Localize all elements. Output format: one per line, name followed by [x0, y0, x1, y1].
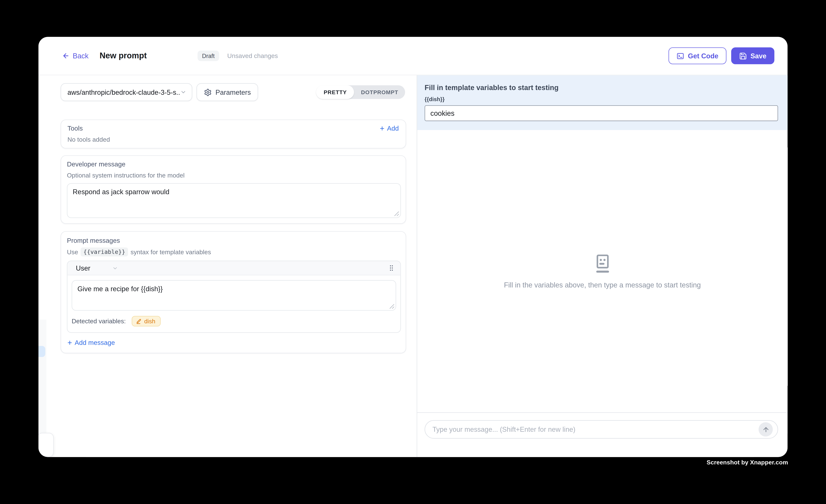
- back-button[interactable]: Back: [62, 52, 88, 60]
- main-split: aws/anthropic/bedrock-claude-3-5-s... Pa…: [39, 75, 787, 457]
- developer-message-subtitle: Optional system instructions for the mod…: [67, 172, 401, 179]
- chat-empty-area: Fill in the variables above, then type a…: [417, 130, 787, 412]
- variables-section-title: Fill in template variables to start test…: [425, 84, 778, 91]
- model-toolbar: aws/anthropic/bedrock-claude-3-5-s... Pa…: [61, 83, 405, 101]
- role-select[interactable]: User: [76, 264, 90, 272]
- screen: Back New prompt Draft Unsaved changes Ge…: [0, 0, 826, 504]
- tools-title: Tools: [67, 125, 83, 132]
- chat-message-input[interactable]: [425, 420, 778, 439]
- hint-suffix: syntax for template variables: [130, 248, 211, 256]
- developer-message-title: Developer message: [67, 161, 401, 168]
- model-selector[interactable]: aws/anthropic/bedrock-claude-3-5-s...: [61, 83, 192, 101]
- left-rail-active-item: [39, 346, 45, 357]
- chevron-down-icon[interactable]: [112, 265, 118, 271]
- editor-pane: aws/anthropic/bedrock-claude-3-5-s... Pa…: [39, 75, 417, 457]
- chat-empty-text: Fill in the variables above, then type a…: [504, 281, 701, 289]
- message-input[interactable]: Give me a recipe for {{dish}}: [72, 280, 396, 311]
- developer-message-card: Developer message Optional system instru…: [61, 155, 406, 224]
- variable-badge-label: dish: [144, 318, 155, 324]
- save-icon: [739, 52, 747, 60]
- variable-code-chip: {{variable}}: [81, 248, 128, 256]
- hint-prefix: Use: [67, 248, 78, 256]
- plus-icon: +: [67, 338, 72, 346]
- toggle-pretty[interactable]: PRETTY: [316, 85, 354, 99]
- edit-pencil-icon: [136, 318, 141, 324]
- status-badge: Draft: [197, 51, 219, 61]
- message-role-row: User: [67, 261, 400, 275]
- add-message-button[interactable]: + Add message: [67, 338, 401, 346]
- prompt-messages-card: Prompt messages Use {{variable}} syntax …: [61, 231, 406, 353]
- variable-syntax-hint: Use {{variable}} syntax for template var…: [67, 248, 401, 256]
- gear-icon: [204, 88, 212, 96]
- message-textarea-wrap: Give me a recipe for {{dish}}: [72, 280, 396, 311]
- add-message-label: Add message: [75, 339, 115, 346]
- save-label: Save: [751, 52, 766, 60]
- back-label: Back: [73, 52, 88, 60]
- chat-input-bar: [417, 412, 787, 457]
- variable-dish-label: {{dish}}: [425, 96, 778, 102]
- parameters-label: Parameters: [216, 88, 251, 96]
- app-window: Back New prompt Draft Unsaved changes Ge…: [39, 37, 787, 457]
- prompt-messages-title: Prompt messages: [67, 237, 401, 244]
- detected-variables-label: Detected variables:: [72, 317, 126, 325]
- variable-badge-dish[interactable]: dish: [132, 316, 161, 326]
- message-block: User Give me a recipe for {{dish}}: [67, 261, 401, 333]
- save-button[interactable]: Save: [731, 48, 774, 64]
- variable-dish-input[interactable]: [425, 105, 778, 121]
- detected-variables-row: Detected variables: dish: [67, 311, 400, 332]
- unsaved-changes-text: Unsaved changes: [227, 52, 278, 60]
- view-mode-toggle: PRETTY DOTPROMPT: [316, 85, 405, 99]
- add-tool-button[interactable]: + Add: [380, 124, 399, 132]
- terminal-icon: [676, 52, 684, 60]
- get-code-button[interactable]: Get Code: [668, 48, 726, 64]
- get-code-label: Get Code: [688, 52, 718, 60]
- template-variables-section: Fill in template variables to start test…: [417, 75, 787, 130]
- chevron-down-icon: [180, 89, 187, 95]
- arrow-left-icon: [62, 52, 69, 60]
- message-body: Give me a recipe for {{dish}}: [67, 275, 400, 311]
- drag-handle-icon[interactable]: [388, 264, 395, 272]
- developer-textarea-wrap: Respond as jack sparrow would: [67, 183, 401, 218]
- tools-empty-text: No tools added: [67, 136, 399, 143]
- watermark-text: Screenshot by Xnapper.com: [707, 459, 788, 465]
- add-tool-label: Add: [387, 125, 399, 132]
- parameters-button[interactable]: Parameters: [196, 83, 258, 101]
- model-selector-value: aws/anthropic/bedrock-claude-3-5-s...: [67, 88, 180, 96]
- page-title: New prompt: [100, 51, 146, 61]
- corner-popover: [39, 433, 54, 457]
- developer-message-input[interactable]: Respond as jack sparrow would: [67, 183, 401, 218]
- robot-face-icon: [593, 253, 612, 273]
- plus-icon: +: [380, 124, 385, 132]
- test-pane: Fill in template variables to start test…: [417, 75, 787, 457]
- send-button[interactable]: [759, 422, 773, 437]
- tools-card: Tools + Add No tools added: [61, 120, 406, 148]
- tools-header-row: Tools + Add: [67, 124, 399, 132]
- header: Back New prompt Draft Unsaved changes Ge…: [39, 37, 787, 75]
- arrow-up-icon: [762, 426, 769, 433]
- toggle-dotprompt[interactable]: DOTPROMPT: [354, 89, 405, 95]
